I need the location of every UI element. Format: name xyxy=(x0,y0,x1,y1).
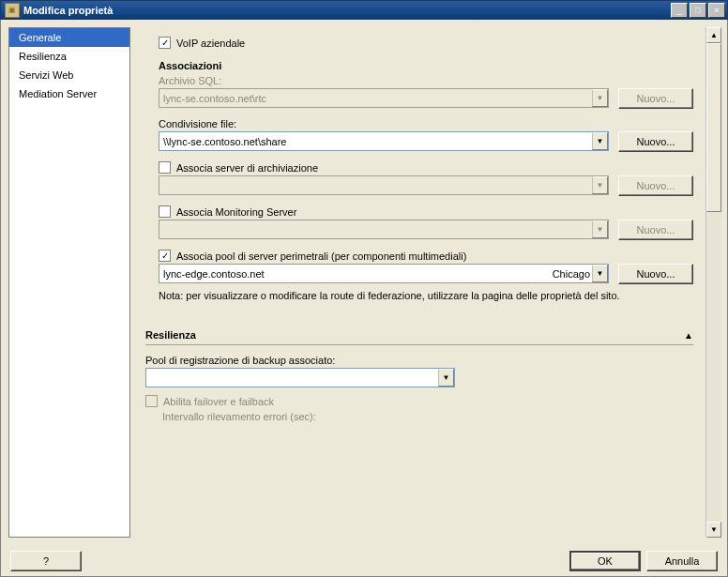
nav-item-generale[interactable]: Generale xyxy=(9,28,129,47)
resilienza-header-row[interactable]: Resilienza ▲ xyxy=(145,329,693,345)
backup-pool-label: Pool di registrazione di backup associat… xyxy=(145,355,693,366)
close-button[interactable]: × xyxy=(708,3,725,18)
chevron-down-icon[interactable]: ▼ xyxy=(592,132,608,150)
archiving-checkbox[interactable] xyxy=(159,161,171,174)
chevron-down-icon[interactable]: ▼ xyxy=(592,265,608,282)
archiving-label: Associa server di archiviazione xyxy=(176,162,318,174)
help-button[interactable]: ? xyxy=(10,551,82,571)
voip-label: VoIP aziendale xyxy=(176,38,245,49)
monitoring-checkbox[interactable] xyxy=(159,205,171,218)
sql-new-button: Nuovo... xyxy=(618,88,693,109)
edge-dropdown[interactable]: lync-edge.contoso.net Chicago ▼ xyxy=(159,264,609,283)
archiving-new-button: Nuovo... xyxy=(618,175,693,196)
chevron-down-icon: ▼ xyxy=(592,89,608,107)
interval-label: Intervallo rilevamento errori (sec): xyxy=(162,411,699,422)
assoc-header: Associazioni xyxy=(142,60,699,71)
window-title: Modifica proprietà xyxy=(23,5,671,16)
cancel-button[interactable]: Annulla xyxy=(646,551,718,571)
monitoring-dropdown: ▼ xyxy=(159,220,609,239)
archiving-dropdown: ▼ xyxy=(159,175,609,195)
edge-location: Chicago xyxy=(553,268,592,280)
scroll-down-button[interactable]: ▼ xyxy=(706,522,721,538)
minimize-button[interactable]: _ xyxy=(671,3,688,18)
app-icon: ▣ xyxy=(5,3,20,18)
edge-label: Associa pool di server perimetrali (per … xyxy=(176,251,466,262)
nav-item-mediation-server[interactable]: Mediation Server xyxy=(9,84,129,103)
scroll-thumb[interactable] xyxy=(706,43,721,212)
nav-item-servizi-web[interactable]: Servizi Web xyxy=(9,66,129,84)
sql-value: lync-se.contoso.net\rtc xyxy=(163,93,592,104)
monitoring-label: Associa Monitoring Server xyxy=(176,206,296,218)
fileshare-label: Condivisione file: xyxy=(159,118,693,129)
failover-label: Abilita failover e failback xyxy=(163,396,274,407)
scroll-up-button[interactable]: ▲ xyxy=(706,27,721,43)
sql-dropdown: lync-se.contoso.net\rtc ▼ xyxy=(159,88,609,108)
backup-pool-dropdown[interactable]: ▼ xyxy=(145,368,455,387)
chevron-down-icon[interactable]: ▼ xyxy=(438,369,454,387)
title-bar: ▣ Modifica proprietà _ □ × xyxy=(0,0,728,20)
maximize-button[interactable]: □ xyxy=(690,3,706,18)
monitoring-new-button: Nuovo... xyxy=(618,220,693,240)
edge-new-button[interactable]: Nuovo... xyxy=(618,264,693,284)
ok-button[interactable]: OK xyxy=(569,551,641,571)
resilienza-header: Resilienza xyxy=(145,329,196,341)
failover-checkbox xyxy=(145,395,158,407)
sql-label: Archivio SQL: xyxy=(159,75,693,86)
chevron-down-icon: ▼ xyxy=(592,220,608,238)
body-area: Generale Resilienza Servizi Web Mediatio… xyxy=(0,20,728,545)
nav-panel: Generale Resilienza Servizi Web Mediatio… xyxy=(8,27,130,538)
fileshare-value: \\lync-se.contoso.net\share xyxy=(163,136,592,147)
voip-checkbox[interactable]: ✓ xyxy=(159,37,171,49)
vertical-scrollbar[interactable]: ▲ ▼ xyxy=(705,27,721,538)
collapse-icon: ▲ xyxy=(684,330,693,341)
fileshare-new-button[interactable]: Nuovo... xyxy=(618,131,693,152)
footer-bar: ? OK Annulla xyxy=(0,545,728,577)
fileshare-dropdown[interactable]: \\lync-se.contoso.net\share ▼ xyxy=(159,131,609,151)
chevron-down-icon: ▼ xyxy=(592,176,608,194)
edge-note: Nota: per visualizzare o modificare la r… xyxy=(159,290,693,301)
edge-checkbox[interactable]: ✓ xyxy=(159,250,171,262)
content-panel: ✓ VoIP aziendale Associazioni Archivio S… xyxy=(140,27,721,538)
edge-value: lync-edge.contoso.net xyxy=(163,268,553,280)
nav-item-resilienza[interactable]: Resilienza xyxy=(9,47,129,66)
